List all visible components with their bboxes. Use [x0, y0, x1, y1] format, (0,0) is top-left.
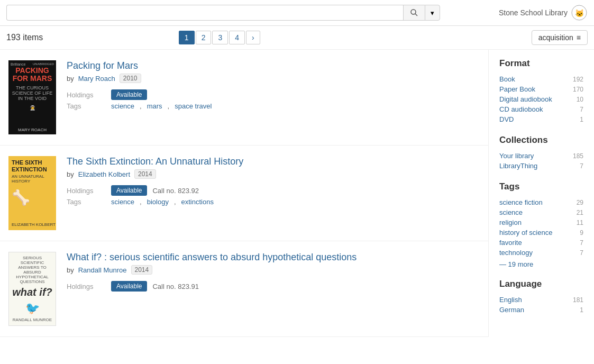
- search-input[interactable]: science: [6, 5, 403, 21]
- book-cover: THE SIXTH EXTINCTION AN UNNATURAL HISTOR…: [8, 156, 56, 230]
- list-item[interactable]: history of science 9: [499, 228, 583, 238]
- cover-title: THE SIXTH EXTINCTION: [12, 159, 53, 173]
- list-item[interactable]: Paper Book 170: [499, 84, 583, 94]
- cover-subtitle: AN UNNATURAL HISTORY: [12, 174, 53, 184]
- book-year: 2010: [120, 74, 141, 83]
- sidebar-count: 181: [573, 296, 583, 304]
- items-count: 193 items: [6, 33, 43, 42]
- sidebar-item-label: CD audiobook: [499, 105, 543, 113]
- sidebar-item-label: Book: [499, 75, 515, 83]
- available-badge: Available: [111, 185, 147, 196]
- by-label: by: [67, 170, 74, 178]
- library-name-area: Stone School Library 🐱: [499, 4, 588, 21]
- list-item[interactable]: German 1: [499, 305, 583, 315]
- tag-link[interactable]: extinctions: [181, 198, 214, 206]
- sidebar-item-label: Paper Book: [499, 85, 535, 93]
- cover-author: ELIZABETH KOLBERT: [12, 222, 56, 227]
- list-item[interactable]: Book 192: [499, 74, 583, 84]
- book-year: 2014: [134, 169, 156, 179]
- tag-link[interactable]: science: [111, 198, 134, 206]
- tag-link[interactable]: mars: [147, 102, 162, 110]
- library-name-text: Stone School Library: [499, 8, 568, 17]
- book-details: Holdings Available Call no. 823.92 Tags …: [67, 185, 480, 206]
- sidebar-item-label: German: [499, 306, 524, 314]
- page-2-button[interactable]: 2: [196, 31, 212, 44]
- list-item[interactable]: LibraryThing 7: [499, 161, 583, 171]
- search-button[interactable]: [403, 5, 425, 21]
- book-details: Holdings Available Call no. 823.91: [67, 281, 480, 292]
- tags-value: science, mars, space travel: [111, 102, 480, 110]
- list-item[interactable]: CD audiobook 7: [499, 104, 583, 114]
- search-dropdown-button[interactable]: ▾: [425, 5, 440, 21]
- available-badge: Available: [111, 281, 147, 292]
- book-title-link[interactable]: What if? : serious scientific answers to…: [67, 252, 357, 262]
- next-page-button[interactable]: ›: [246, 31, 260, 44]
- sidebar-count: 192: [573, 76, 583, 83]
- sidebar-item-label: science fiction: [499, 198, 543, 206]
- page-4-button[interactable]: 4: [229, 31, 245, 44]
- page-1-button[interactable]: 1: [179, 31, 195, 44]
- call-no: Call no. 823.92: [152, 187, 198, 195]
- list-item[interactable]: technology 7: [499, 248, 583, 258]
- results-list: Brilliance UNABRIDGED PACKING FOR MARS T…: [0, 50, 488, 337]
- tag-link[interactable]: science: [111, 102, 134, 110]
- list-item[interactable]: religion 11: [499, 217, 583, 228]
- sidebar: Format Book 192 Paper Book 170 Digital a…: [488, 50, 594, 337]
- sidebar-item-label: Your library: [499, 152, 534, 160]
- tags-more-link[interactable]: — 19 more: [499, 260, 533, 268]
- book-author-link[interactable]: Randall Munroe: [78, 266, 127, 274]
- table-row: SERIOUS SCIENTIFIC ANSWERS TO ABSURD HYP…: [0, 241, 488, 337]
- library-logo-icon: 🐱: [571, 4, 588, 21]
- sidebar-item-label: history of science: [499, 229, 552, 236]
- sidebar-count: 21: [577, 209, 583, 216]
- by-label: by: [67, 75, 74, 83]
- list-item[interactable]: Digital audiobook 10: [499, 94, 583, 104]
- book-year: 2014: [131, 265, 153, 275]
- list-item[interactable]: DVD 1: [499, 114, 583, 124]
- holdings-value: Available Call no. 823.92: [111, 185, 480, 196]
- list-item[interactable]: English 181: [499, 295, 583, 305]
- svg-line-1: [415, 14, 417, 16]
- list-item[interactable]: favorite 7: [499, 238, 583, 248]
- format-heading: Format: [499, 58, 583, 69]
- tag-link[interactable]: biology: [147, 198, 169, 206]
- sidebar-item-label: religion: [499, 219, 522, 226]
- book-meta: by Mary Roach 2010: [67, 74, 480, 83]
- sidebar-count: 7: [580, 249, 583, 257]
- list-item[interactable]: science 21: [499, 207, 583, 217]
- page-3-button[interactable]: 3: [212, 31, 228, 44]
- cover-astronaut-art: 🧑‍🚀: [30, 105, 35, 111]
- list-item[interactable]: Your library 185: [499, 151, 583, 161]
- tags-label: Tags: [67, 102, 109, 110]
- by-label: by: [67, 266, 74, 274]
- tags-section: Tags science fiction 29 science 21 relig…: [499, 181, 583, 268]
- book-author-link[interactable]: Mary Roach: [78, 75, 115, 83]
- list-item[interactable]: science fiction 29: [499, 197, 583, 207]
- header: science ▾ Stone School Library 🐱: [0, 0, 594, 26]
- book-author-link[interactable]: Elizabeth Kolbert: [78, 170, 130, 178]
- sort-button[interactable]: acquisition ≡: [532, 30, 588, 45]
- toolbar: 193 items 1 2 3 4 › acquisition ≡: [0, 26, 594, 50]
- tag-link[interactable]: space travel: [175, 102, 212, 110]
- search-bar: science ▾: [6, 5, 440, 21]
- search-icon: [410, 8, 418, 17]
- book-title-link[interactable]: Packing for Mars: [67, 60, 138, 71]
- book-cover: Brilliance UNABRIDGED PACKING FOR MARS T…: [8, 60, 56, 134]
- sidebar-count: 1: [580, 306, 583, 314]
- book-info: What if? : serious scientific answers to…: [67, 252, 480, 326]
- sidebar-count: 29: [577, 199, 583, 206]
- holdings-value: Available: [111, 89, 480, 100]
- sidebar-count: 185: [573, 152, 583, 160]
- format-section: Format Book 192 Paper Book 170 Digital a…: [499, 58, 583, 124]
- tags-heading: Tags: [499, 181, 583, 192]
- holdings-label: Holdings: [67, 283, 109, 290]
- cover-desc: THE CURIOUS SCIENCE OF LIFE IN THE VOID: [11, 85, 54, 101]
- cover-unabridged: UNABRIDGED: [33, 62, 54, 66]
- book-title-link[interactable]: The Sixth Extinction: An Unnatural Histo…: [67, 156, 243, 167]
- table-row: Brilliance UNABRIDGED PACKING FOR MARS T…: [0, 50, 488, 145]
- book-cover: SERIOUS SCIENTIFIC ANSWERS TO ABSURD HYP…: [8, 252, 56, 326]
- main-area: Brilliance UNABRIDGED PACKING FOR MARS T…: [0, 50, 594, 337]
- cover-subtitle-top: SERIOUS SCIENTIFIC ANSWERS TO ABSURD HYP…: [12, 256, 52, 284]
- pagination: 1 2 3 4 ›: [179, 31, 260, 44]
- book-info: The Sixth Extinction: An Unnatural Histo…: [67, 156, 480, 230]
